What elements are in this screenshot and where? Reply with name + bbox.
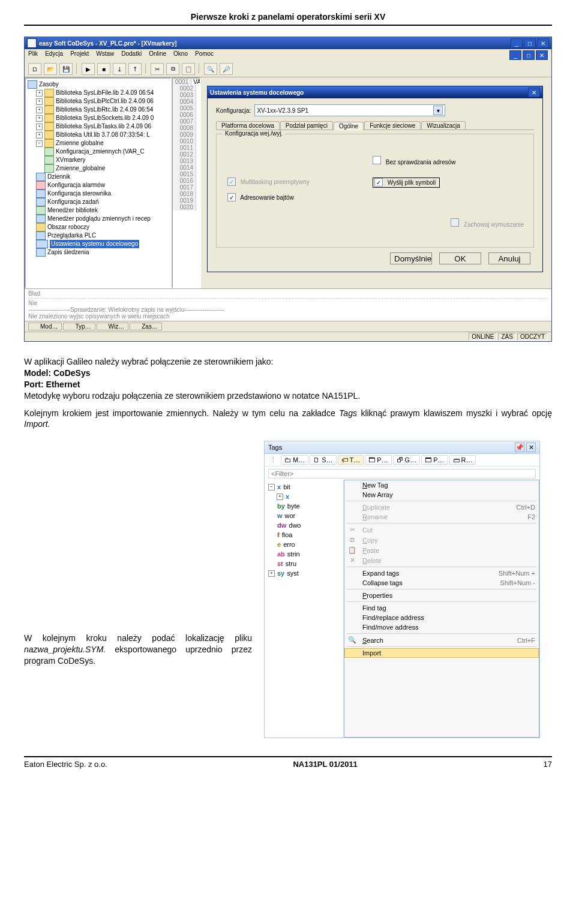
multitask-checkbox: ✓ [227, 177, 236, 186]
tool-find-icon[interactable]: 🔍 [204, 63, 217, 75]
menu-item-find-replace-address[interactable]: Find/replace address [344, 613, 539, 622]
target-settings-dialog: Ustawienia systemu docelowego ✕ Konfigur… [207, 86, 543, 272]
menu-item-import[interactable]: Import [344, 648, 539, 658]
footer-company: Eaton Electric Sp. z o.o. [24, 760, 107, 769]
toolbar: 🗋 📂 💾 ▶ ■ ⤓ ⤒ ✂ ⧉ 📋 🔍 🔎 [25, 61, 551, 77]
pin-icon[interactable]: 📌 [515, 443, 524, 452]
tab-types[interactable]: Typ… [63, 323, 95, 330]
code-editor[interactable]: 0001VAR_GLOBAL 0002 0003 0004 0005 0006 … [172, 77, 201, 288]
default-button[interactable]: Domyślnie [390, 252, 432, 264]
mdi-close-icon[interactable]: ✕ [536, 50, 548, 60]
tool-paste-icon[interactable]: 📋 [182, 63, 195, 75]
menu-item-find-move-address[interactable]: Find/move address [344, 622, 539, 632]
menu-item-rename: RenameF2 [344, 512, 539, 522]
tool-open-icon[interactable]: 📂 [44, 63, 57, 75]
tab-visu[interactable]: Wiz… [97, 323, 129, 330]
ok-button[interactable]: OK [439, 252, 481, 264]
menu-item-icon: ⧉ [347, 536, 358, 544]
menu-project[interactable]: Projekt [70, 50, 89, 60]
tool-findnext-icon[interactable]: 🔎 [220, 63, 233, 75]
keep-force-checkbox [451, 218, 459, 227]
ptab-p2[interactable]: 🗖 P… [421, 455, 448, 465]
menu-edit[interactable]: Edycja [45, 50, 63, 60]
menu-item-duplicate: DuplicateCtrl+D [344, 502, 539, 512]
tab-platform[interactable]: Platforma docelowa [216, 121, 280, 130]
byte-addressing-checkbox[interactable]: ✓ [227, 193, 236, 201]
no-addr-check-checkbox[interactable] [373, 156, 381, 164]
tab-network[interactable]: Funkcje sieciowe [364, 121, 421, 130]
tags-tree[interactable]: −xbit +x bybyte wwor dwdwo ffloa eerro a… [265, 480, 344, 738]
mdi-max-icon[interactable]: □ [523, 50, 535, 60]
resources-icon [28, 80, 37, 89]
ptab-p1[interactable]: 🗔 P… [365, 455, 391, 465]
page-header: Pierwsze kroki z panelami operatorskimi … [24, 12, 552, 26]
bottom-tabstrip: Mod… Typ… Wiz… Zas… [25, 321, 551, 332]
maximize-button[interactable]: □ [524, 38, 536, 48]
app-titlebar: easy Soft CoDeSys - XV_PLC.pro* - [XVmar… [25, 37, 551, 49]
app-title: easy Soft CoDeSys - XV_PLC.pro* - [XVmar… [39, 40, 177, 47]
config-label: Konfiguracja: [216, 107, 251, 114]
ptab-m[interactable]: 🗀 M… [281, 455, 308, 465]
tab-memory[interactable]: Podział pamięci [280, 121, 333, 130]
tool-step2-icon[interactable]: ⤒ [128, 63, 142, 75]
tool-stop-icon[interactable]: ■ [97, 63, 110, 75]
cancel-button[interactable]: Anuluj [488, 252, 530, 264]
tab-res[interactable]: Zas… [130, 323, 162, 330]
statusbar: ONLINE ZAS ODCZYT [25, 332, 551, 341]
menu-item-cut: ✂Cut [344, 525, 539, 535]
menu-extras[interactable]: Dodatki [121, 50, 142, 60]
io-config-groupbox: Konfiguracja wej./wyj. Bez sprawdzania a… [216, 134, 534, 248]
menu-file[interactable]: Plik [28, 50, 38, 60]
menu-window[interactable]: Okno [173, 50, 188, 60]
mdi-min-icon[interactable]: _ [509, 50, 521, 60]
page-footer: Eaton Electric Sp. z o.o. NA131PL 01/201… [24, 756, 552, 769]
tool-new-icon[interactable]: 🗋 [28, 63, 41, 75]
menu-item-paste: 📋Paste [344, 545, 539, 555]
minimize-button[interactable]: _ [511, 38, 523, 48]
tool-step-icon[interactable]: ⤓ [113, 63, 126, 75]
tags-panel-screenshot: Tags 📌 ✕ ⋮ 🗀 M… 🗋 S… 🏷 T… 🗔 P… 🗗 G… 🗖 P…… [264, 441, 540, 738]
menu-item-properties[interactable]: Properties [344, 591, 539, 600]
menu-item-expand-tags[interactable]: Expand tagsShift+Num + [344, 568, 539, 578]
codesys-window: easy Soft CoDeSys - XV_PLC.pro* - [XVmar… [24, 37, 552, 342]
ptab-r[interactable]: 🗃 R… [449, 455, 476, 465]
ptab-t[interactable]: 🏷 T… [338, 455, 364, 465]
menu-insert[interactable]: Wstaw [96, 50, 114, 60]
menu-item-collapse-tags[interactable]: Collapse tagsShift+Num - [344, 578, 539, 588]
tool-copy-icon[interactable]: ⧉ [166, 63, 179, 75]
dialog-close-icon[interactable]: ✕ [528, 88, 540, 97]
menu-item-new-array[interactable]: New Array [344, 490, 539, 499]
app-icon [27, 38, 37, 48]
menu-item-copy: ⧉Copy [344, 535, 539, 545]
footer-page-num: 17 [544, 760, 552, 769]
tags-panel-title: Tags [268, 444, 282, 451]
ptab-g[interactable]: 🗗 G… [393, 455, 421, 465]
resource-tree[interactable]: Zasoby +Biblioteka SysLibFile.lib 2.4.09… [25, 77, 172, 288]
menu-item-search[interactable]: 🔍SearchCtrl+F [344, 635, 539, 645]
context-menu: New TagNew ArrayDuplicateCtrl+DRenameF2✂… [344, 480, 539, 738]
dialog-title: Ustawienia systemu docelowego [210, 89, 304, 96]
menu-help[interactable]: Pomoc [195, 50, 214, 60]
tool-cut-icon[interactable]: ✂ [151, 63, 164, 75]
menu-item-new-tag[interactable]: New Tag [344, 480, 539, 490]
tab-general[interactable]: Ogólne [334, 122, 364, 130]
filter-input[interactable]: <Filter> [268, 469, 536, 478]
article-text-2: W kolejnym kroku należy podać lokalizacj… [24, 627, 252, 727]
status-online: ONLINE [469, 333, 497, 341]
close-icon[interactable]: ✕ [526, 443, 536, 452]
tool-save-icon[interactable]: 💾 [59, 63, 73, 75]
tab-modules[interactable]: Mod… [28, 323, 62, 330]
config-dropdown[interactable]: XV-1xx-V2.3.9 SP1 ▾ [254, 104, 445, 116]
footer-doc-id: NA131PL 01/2011 [293, 760, 357, 769]
menu-item-icon: ✕ [347, 556, 358, 564]
tree-target-settings[interactable]: Ustawienia systemu docelowego [28, 240, 169, 248]
tab-nav-left-icon[interactable]: ⋮ [267, 455, 280, 465]
ptab-s[interactable]: 🗋 S… [310, 455, 336, 465]
menu-item-find-tag[interactable]: Find tag [344, 603, 539, 613]
tab-visu[interactable]: Wizualizacja [421, 121, 466, 130]
menu-online[interactable]: Online [149, 50, 166, 60]
close-button[interactable]: ✕ [537, 38, 549, 48]
tool-run-icon[interactable]: ▶ [82, 63, 95, 75]
status-zas: ZAS [498, 333, 515, 341]
send-symbols-checkbox[interactable]: ✓ [374, 178, 383, 186]
